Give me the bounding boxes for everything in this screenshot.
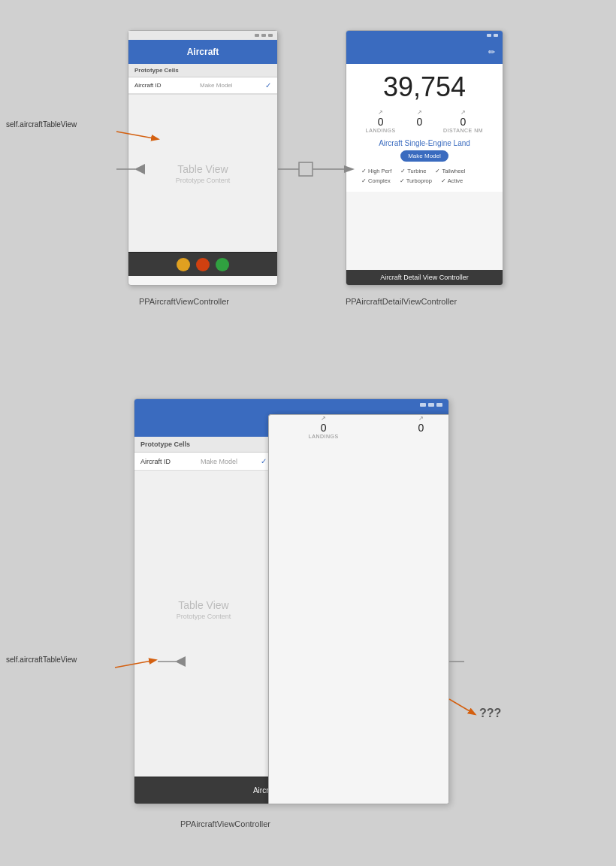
cell-row: Aircraft ID Make Model ✓ [128,77,277,94]
prototype-cells-header-large: Prototype Cells [134,437,273,453]
top-section: Aircraft Prototype Cells Aircraft ID Mak… [0,15,616,361]
annotation-aircraft-tableview-top: self.aircraftTableView [6,120,77,129]
edit-icon: ✏ [488,47,495,57]
status-bar-left [128,31,277,40]
cell-make: Make Model [200,82,265,89]
stat-middle-large: ↗ 0 [418,437,424,777]
phone-right-mockup: ✏ 39,754 ↗ 0 LANDINGS ↗ 0 ↗ 0 DISTANCE N… [346,30,503,286]
nav-bar-right: ✏ [346,40,503,64]
status-dot-large [428,403,434,407]
status-dot [487,34,491,37]
left-panel-large: Prototype Cells Aircraft ID Make Model ✓… [134,437,273,777]
stat-middle: ↗ 0 [416,109,422,133]
checkbox-complex: Complex [361,177,391,184]
checkbox-turbine: Turbine [400,168,426,174]
status-dot [494,34,498,37]
detail-vc-label: Aircraft Detail View Controller [346,270,503,285]
large-combined-mockup: Prototype Cells Aircraft ID Make Model ✓… [134,398,449,804]
cell-id-large: Aircraft ID [140,458,201,465]
toolbar-icon-green [216,258,229,271]
cell-check-large: ✓ [261,457,267,465]
stats-row-large: ↗ 0 LANDINGS ↗ 0 ↗ 0 DISTANCE NM [273,437,448,777]
status-dot [268,34,273,37]
phone-left-mockup: Aircraft Prototype Cells Aircraft ID Mak… [128,30,278,286]
checkbox-active: Active [441,177,463,184]
table-view-label: Table View [177,163,228,175]
stat-landings-large: ↗ 0 LANDINGS [309,437,339,777]
annotation-aircraft-tableview-bottom: self.aircraftTableView [6,656,77,664]
checkboxes-row: High Perf Turbine Tailwheel Complex Turb… [355,168,494,184]
question-marks: ??? [479,707,501,720]
toolbar-icon-orange [196,258,210,271]
stat-landings: ↗ 0 LANDINGS [366,109,396,133]
toolbar-icon-yellow [177,258,190,271]
checkbox-turboprop: Turboprop [400,177,432,184]
aircraft-type-label: Aircraft Single-Engine Land [355,139,494,147]
checkbox-high-perf: High Perf [361,168,391,174]
status-dot-large [436,403,442,407]
nav-title-left: Aircraft [187,47,219,57]
prototype-cells-header: Prototype Cells [128,64,277,77]
body-area-large: Prototype Cells Aircraft ID Make Model ✓… [134,437,448,777]
bottom-section: Prototype Cells Aircraft ID Make Model ✓… [0,383,616,857]
cell-row-large: Aircraft ID Make Model ✓ [134,453,273,471]
table-view-label-large: Table View [178,599,228,611]
connector-square [299,162,313,176]
stats-row-right: ↗ 0 LANDINGS ↗ 0 ↗ 0 DISTANCE NM [355,109,494,133]
cell-id: Aircraft ID [134,82,200,89]
cell-make-large: Make Model [201,458,261,465]
status-bar-large [134,399,448,410]
big-number-right: 39,754 [355,71,494,103]
status-dot-large [420,403,426,407]
table-view-content-left: Table View Prototype Content [128,94,277,252]
status-bar-right [346,31,503,40]
checkbox-tailwheel: Tailwheel [435,168,465,174]
cell-check: ✓ [265,81,271,89]
status-dot [261,34,266,37]
right-panel-large: 39,754 ↗ 0 LANDINGS ↗ 0 ↗ 0 [273,437,448,777]
vc-label-right-top: PPAircraftDetailViewController [346,297,457,306]
prototype-content-label-large: Prototype Content [177,613,231,620]
table-view-content-large: Table View Prototype Content [134,471,273,749]
annotation-arrow-question [449,699,475,714]
detail-content: 39,754 ↗ 0 LANDINGS ↗ 0 ↗ 0 DISTANCE NM [346,64,503,192]
make-model-button[interactable]: Make Model [400,150,448,162]
status-dot [255,34,259,37]
top-arrows [0,15,616,361]
stat-distance: ↗ 0 DISTANCE NM [443,109,483,133]
vc-label-bottom: PPAircraftViewController [180,819,270,828]
nav-bar-left: Aircraft [128,40,277,64]
vc-label-left-top: PPAircraftViewController [139,297,229,306]
prototype-content-label: Prototype Content [176,177,231,184]
bottom-toolbar-left [128,252,277,276]
